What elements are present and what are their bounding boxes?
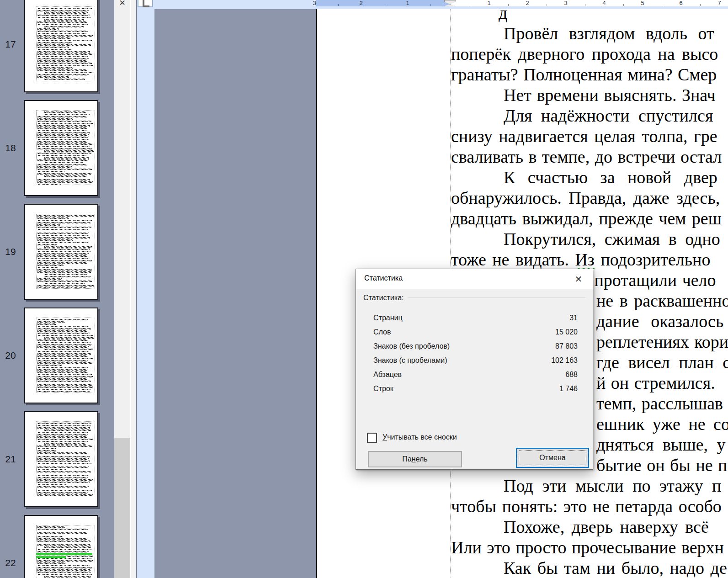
footnotes-checkbox[interactable]	[367, 433, 377, 443]
cancel-button[interactable]: Отмена	[517, 449, 588, 467]
ruler-tick	[547, 4, 547, 6]
thumbnail-text-row	[37, 486, 89, 488]
document-text-line[interactable]: снизу надвигается целая толпа, гре	[451, 126, 717, 147]
thumbnail-text-row	[37, 452, 87, 454]
dialog-title: Статистика	[364, 274, 403, 282]
thumbnail-text-row	[37, 567, 92, 568]
document-text-line[interactable]: Похоже, дверь наверху всё	[451, 517, 709, 537]
thumbnail-text-row	[37, 166, 72, 168]
thumbnail-text-row	[37, 146, 90, 147]
document-text-line[interactable]: Как бы там ни было, надо де	[451, 558, 727, 578]
thumbnail-text-row	[37, 134, 89, 136]
thumbnail-text-row	[37, 171, 64, 172]
panel-button[interactable]: Панель	[368, 451, 462, 467]
thumbnail-text-row	[37, 439, 93, 440]
thumbnail-text-row	[37, 458, 89, 460]
document-text-line[interactable]: Для надёжности спустился	[451, 106, 713, 126]
thumbnail-text-row	[37, 391, 90, 392]
ruler-number: 3	[561, 0, 570, 6]
thumbnail-text-row	[44, 283, 85, 284]
document-text-line[interactable]: двадцать выжидал, прежде чем реш	[451, 208, 722, 229]
ruler-number: 5	[638, 0, 647, 6]
page-thumbnail[interactable]	[24, 515, 98, 578]
document-text-line[interactable]: Нет времени выяснять. Знач	[451, 85, 716, 106]
thumbnail-text-row	[37, 456, 90, 457]
document-text-line[interactable]: Под эти мысли по этажу п	[451, 476, 721, 496]
thumbnail-text-row	[37, 224, 60, 226]
thumbnail-text-row	[37, 74, 89, 75]
thumbnail-text-row	[37, 569, 90, 571]
footnotes-checkbox-label[interactable]: Учитывать все сноски	[383, 433, 457, 441]
thumbnail-text-row	[37, 549, 91, 550]
thumbnail-text-row	[37, 278, 62, 280]
thumbnail-text-row	[37, 143, 92, 145]
thumbnail-text-row	[37, 164, 87, 165]
thumbnail-text-row	[37, 536, 63, 537]
tab-stop-selector[interactable]	[138, 0, 153, 7]
thumbnail-text-row	[37, 469, 67, 470]
stat-label: Слов	[373, 328, 391, 336]
document-text-line[interactable]: Или это просто прочесывание верхн	[451, 537, 724, 558]
thumbnail-text-row	[37, 260, 92, 261]
thumbnail-text-row	[37, 541, 90, 542]
thumbnail-pane-scrollbar[interactable]	[114, 0, 130, 578]
document-text-line[interactable]: К счастью за новой двер	[451, 167, 717, 188]
stat-label: Страниц	[373, 314, 403, 322]
thumbnail-text-row	[44, 175, 87, 177]
document-text-line[interactable]: гранаты? Полноценная мина? Смер	[451, 64, 717, 85]
thumbnail-text-row	[44, 114, 90, 115]
page-thumbnail[interactable]	[24, 100, 98, 196]
stat-value: 102 163	[551, 356, 578, 365]
first-line-indent-icon[interactable]	[444, 0, 456, 4]
thumbnail-text-row	[37, 116, 87, 117]
close-thumbnail-pane-button[interactable]: ✕	[114, 0, 130, 7]
thumbnail-text-row	[37, 450, 56, 451]
thumbnail-text-row	[44, 349, 93, 350]
document-text-line[interactable]: Покрутился, сжимая в одно	[451, 229, 720, 249]
thumbnail-text-row	[37, 367, 88, 368]
thumbnail-text-row	[37, 227, 91, 228]
dialog-titlebar[interactable]: Статистика ✕	[356, 269, 593, 289]
page-thumbnail[interactable]	[24, 411, 98, 507]
page-thumbnail[interactable]	[24, 0, 98, 92]
thumbnail-text-row	[37, 258, 90, 259]
thumbnail-text-row	[37, 492, 88, 493]
document-text-line[interactable]: д	[451, 9, 507, 23]
thumbnail-text-row	[37, 287, 87, 289]
ruler-number: 7	[715, 0, 724, 6]
horizontal-ruler[interactable]: 321 1234567	[154, 0, 728, 6]
document-text-line[interactable]: чтобы понять: это не петарда особо	[451, 496, 722, 517]
thumbnail-text-row	[37, 371, 88, 373]
thumbnail-text-row	[37, 285, 94, 286]
document-text-line[interactable]: сваливать в темпе, до встречи остал	[451, 147, 722, 167]
thumbnail-text-row	[37, 339, 88, 341]
thumbnail-text-row	[37, 233, 89, 234]
page-thumbnail[interactable]	[24, 308, 98, 403]
scrollbar-thumb[interactable]	[114, 438, 130, 578]
thumbnail-text-row	[37, 271, 91, 273]
stat-row: Строк1 746	[373, 383, 578, 397]
thumbnail-text-row	[44, 274, 88, 275]
thumbnail-text-row	[37, 155, 87, 156]
thumbnail-text-row	[37, 253, 89, 255]
document-text-line[interactable]: Провёл взглядом вдоль от	[451, 23, 714, 44]
thumbnail-text-row	[37, 342, 90, 343]
thumbnail-text	[36, 214, 95, 289]
thumbnail-text-row	[37, 17, 91, 18]
page-thumbnail[interactable]	[24, 204, 98, 300]
document-text-line[interactable]: поперёк дверного прохода на высо	[451, 44, 718, 64]
stat-value: 31	[569, 314, 578, 322]
stat-value: 15 020	[555, 328, 578, 336]
document-text-line[interactable]: тоже не видать. Из подозрительно	[451, 249, 710, 270]
thumbnail-text-row	[37, 319, 88, 320]
thumbnail-text-row	[37, 434, 88, 435]
thumbnail-text-row	[37, 49, 72, 50]
thumbnail-text-row	[37, 33, 87, 34]
page-number-label: 20	[0, 350, 21, 361]
close-icon: ✕	[119, 0, 125, 7]
dialog-close-button[interactable]: ✕	[572, 273, 585, 286]
stat-label: Знаков (без пробелов)	[373, 342, 450, 350]
document-text-line[interactable]: обнаружилось. Правда, даже здесь,	[451, 188, 720, 208]
thumbnail-text-row	[37, 269, 92, 270]
ruler-active-band: 1234567	[450, 0, 728, 6]
